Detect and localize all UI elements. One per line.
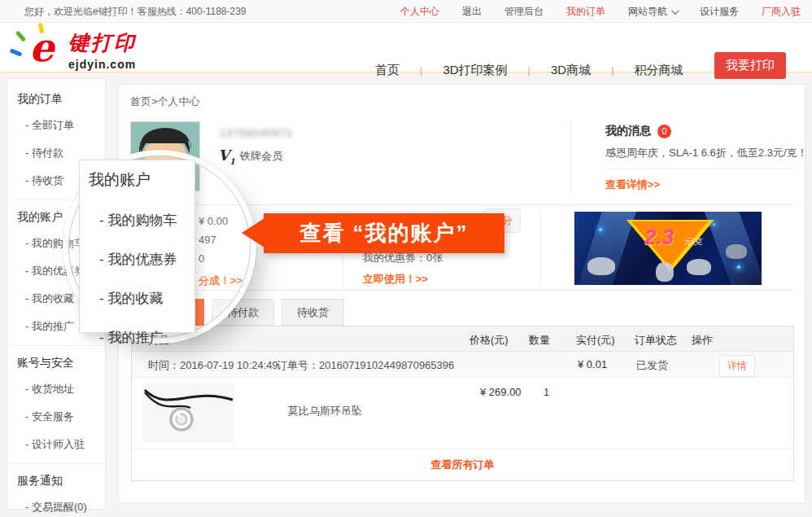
magnified-item-cart: - 我的购物车: [89, 211, 194, 230]
logo-brand: 键打印: [68, 29, 137, 56]
site-logo[interactable]: e 键打印 ejdyin.com: [18, 29, 137, 72]
col-paid: 实付(元): [576, 333, 615, 348]
order-number: 订单号：20160719102449870965396: [277, 358, 454, 373]
main-content: 首页>个人中心 13758540871 V1 铁牌会员 我的消息 0 感恩周年庆…: [118, 84, 805, 503]
logo-dash-blue: [10, 48, 23, 56]
product-row: 莫比乌斯环吊坠 ¥ 269.00 1: [132, 378, 793, 449]
points-value: 497: [199, 230, 242, 249]
tab-pending-payment[interactable]: 待付款: [212, 299, 274, 326]
magnified-menu-title: 我的账户: [89, 169, 194, 191]
link-my-orders[interactable]: 我的订单: [566, 0, 605, 23]
divider: [540, 211, 541, 286]
order-detail-button[interactable]: 详情: [719, 355, 755, 377]
site-header: e 键打印 ejdyin.com 首页 | 3D打印案例 | 3D商城 | 积分…: [0, 23, 812, 73]
col-quantity: 数量: [529, 333, 550, 348]
callout-banner: 查看 “我的账户”: [264, 213, 504, 253]
v1-level-icon: V1: [218, 147, 235, 166]
sidebar-title-account-security: 账号与安全: [7, 349, 105, 375]
member-level: V1 铁牌会员: [218, 147, 282, 166]
banner-glow: [737, 265, 740, 269]
link-design-service[interactable]: 设计服务: [700, 0, 739, 23]
order-paid-amount: ¥ 0.01: [578, 358, 607, 370]
order-table-header: 商品 价格(元) 数量 实付(元) 订单状态 操作: [132, 326, 793, 352]
link-personal-center[interactable]: 个人中心: [400, 0, 439, 23]
username: 13758540871: [220, 127, 294, 139]
logo-dash-green: [15, 30, 27, 42]
use-coupon-link[interactable]: 立即使用！>>: [363, 272, 428, 287]
promo-banner[interactable]: 2.3 元/克: [574, 212, 762, 285]
sidebar-item-address[interactable]: - 收货地址: [7, 375, 105, 403]
sidebar-item-security-service[interactable]: - 安全服务: [7, 403, 105, 431]
link-vendor-join[interactable]: 厂商入驻: [762, 0, 801, 23]
magnified-item-promotion: - 我的推广: [89, 328, 194, 347]
messages-block: 我的消息 0 感恩周年庆，SLA-1 6.6折，低至2.3元/克！ 查看详情>>: [605, 124, 797, 192]
view-all-orders-link[interactable]: 查看所有订单: [431, 458, 495, 472]
link-admin[interactable]: 管理后台: [504, 0, 544, 23]
site-nav-label: 网站导航: [628, 0, 667, 23]
logo-text: 键打印 ejdyin.com: [68, 29, 137, 71]
member-level-label: 铁牌会员: [240, 149, 282, 164]
order-status: 已发货: [636, 358, 668, 373]
nav-points-mall[interactable]: 积分商城: [614, 63, 704, 78]
nav-home[interactable]: 首页: [355, 63, 420, 78]
product-quantity: 1: [544, 386, 549, 398]
banner-3d-object: [687, 259, 711, 275]
balance-value: ¥ 0.00: [199, 212, 242, 230]
banner-3d-object: [726, 244, 747, 259]
callout-label: 查看 “我的账户”: [299, 219, 468, 248]
product-image[interactable]: [143, 383, 234, 443]
promo-message: 感恩周年庆，SLA-1 6.6折，低至2.3元/克！: [605, 146, 797, 160]
sidebar-section-security: 账号与安全 - 收货地址 - 安全服务 - 设计师入驻: [7, 345, 105, 463]
breadcrumb: 首页>个人中心: [130, 94, 200, 109]
orders-footer: 查看所有订单: [132, 449, 793, 480]
order-table: 商品 价格(元) 数量 实付(元) 订单状态 操作 时间：2016-07-19 …: [131, 326, 794, 481]
necklace-illustration: [143, 383, 234, 443]
tab-pending-receipt[interactable]: 待收货: [282, 299, 344, 326]
magnified-item-coupons: - 我的优惠券: [89, 250, 194, 269]
print-now-button[interactable]: 我要打印: [714, 52, 786, 79]
sidebar-item-all-orders[interactable]: - 全部订单: [7, 112, 105, 139]
banner-unit-text: 元/克: [683, 236, 702, 248]
banner-price-text: 2.3: [644, 225, 674, 250]
logo-domain: ejdyin.com: [68, 58, 137, 71]
logo-e-glyph: e: [29, 26, 55, 69]
col-price: 价格(元): [469, 333, 509, 348]
utility-links: 个人中心 退出 管理后台 我的订单 网站导航 设计服务 厂商入驻: [400, 0, 801, 23]
chevron-down-icon: [671, 7, 679, 15]
link-logout[interactable]: 退出: [462, 0, 482, 23]
nav-3d-cases[interactable]: 3D打印案例: [422, 63, 527, 78]
callout-arrow-icon: [242, 218, 264, 248]
messages-count-badge: 0: [657, 125, 671, 138]
account-summary-fragments: ¥ 0.00 497 0 分成！>>: [199, 212, 242, 290]
product-name[interactable]: 莫比乌斯环吊坠: [288, 404, 362, 418]
user-center-page: 您好，欢迎光临e键打印！客服热线：400-1188-239 个人中心 退出 管理…: [0, 0, 812, 517]
banner-glow: [713, 223, 715, 226]
top-utility-bar: 您好，欢迎光临e键打印！客服热线：400-1188-239 个人中心 退出 管理…: [0, 0, 812, 23]
divider: [130, 290, 795, 291]
magnified-account-menu: 我的账户 - 我的购物车 - 我的优惠券 - 我的收藏 - 我的推广: [79, 160, 195, 333]
product-price: ¥ 269.00: [480, 386, 522, 398]
link-site-nav[interactable]: 网站导航: [628, 0, 677, 23]
banner-3d-object: [656, 262, 674, 282]
welcome-text: 您好，欢迎光临e键打印！客服热线：400-1188-239: [24, 0, 247, 23]
sidebar-item-designer-join[interactable]: - 设计师入驻: [7, 431, 105, 458]
view-details-link[interactable]: 查看详情>>: [605, 177, 797, 192]
order-meta-row: 时间：2016-07-19 10:24:49 订单号：2016071910244…: [132, 352, 793, 378]
order-time: 时间：2016-07-19 10:24:49: [148, 358, 278, 373]
zero-value: 0: [199, 249, 242, 268]
share-commission-link[interactable]: 分成！>>: [199, 271, 242, 290]
divider: [130, 204, 795, 205]
divider: [605, 169, 794, 169]
nav-3d-mall[interactable]: 3D商城: [530, 63, 611, 78]
divider: [570, 121, 571, 196]
sidebar-title-service-notice: 服务通知: [7, 467, 105, 493]
sidebar-item-trade-alerts[interactable]: - 交易提醒(0): [7, 493, 105, 517]
banner-3d-object: [587, 257, 615, 275]
messages-title: 我的消息: [605, 124, 651, 138]
logo-e-icon: e: [18, 29, 65, 72]
banner-glow: [599, 228, 602, 231]
col-status: 订单状态: [635, 333, 677, 348]
sidebar-section-notices: 服务通知 - 交易提醒(0) - 系统消息(0) - 最新活动(0): [7, 463, 105, 517]
magnified-item-favorites: - 我的收藏: [89, 289, 194, 308]
col-operation: 操作: [692, 333, 713, 348]
